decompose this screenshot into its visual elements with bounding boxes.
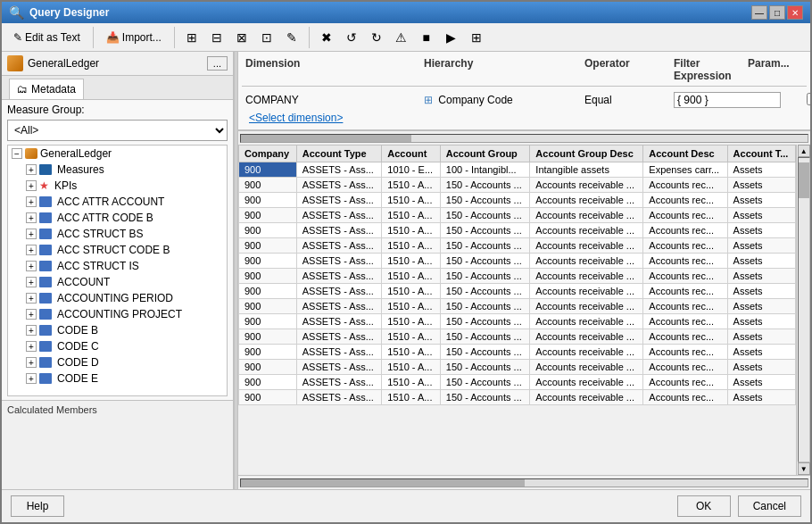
tree-item-acc-struct-is[interactable]: + ACC STRUCT IS (8, 258, 227, 274)
filter-param-checkbox[interactable] (788, 93, 810, 105)
toolbar-chart-btn[interactable]: ⊠ (231, 27, 253, 48)
toolbar-grid-btn[interactable]: ⊞ (181, 27, 203, 48)
tree-expand-account[interactable]: + (26, 277, 37, 287)
table-row[interactable]: 900ASSETS - Ass...1510 - A...150 - Accou… (239, 360, 796, 375)
tree-item-generalledger[interactable]: − GeneralLedger (8, 146, 227, 162)
toolbar-stop-btn[interactable]: ■ (416, 27, 437, 48)
table-row[interactable]: 900ASSETS - Ass...1510 - A...150 - Accou… (239, 299, 796, 314)
metadata-tree: − GeneralLedger + Measures + ★ KPIs + (7, 145, 228, 396)
col-header-account-type: Account Type (296, 146, 382, 162)
db-browse-button[interactable]: ... (207, 56, 228, 71)
tree-expand-code-e[interactable]: + (26, 373, 37, 384)
tree-expand-code-b[interactable]: + (26, 325, 37, 336)
tree-expand-measures[interactable]: + (26, 164, 37, 175)
tree-expand-acc-struct-code-b[interactable]: + (26, 245, 37, 255)
toolbar-warn-btn[interactable]: ⚠ (391, 27, 412, 48)
scroll-down-btn[interactable]: ▼ (798, 462, 810, 475)
table-row[interactable]: 900ASSETS - Ass...1510 - A...150 - Accou… (239, 284, 796, 299)
toolbar-view-btn[interactable]: ⊞ (466, 27, 487, 48)
tree-item-acc-struct-bs[interactable]: + ACC STRUCT BS (8, 226, 227, 242)
toolbar-delete-btn[interactable]: ✖ (316, 27, 337, 48)
tree-item-code-c[interactable]: + CODE C (8, 338, 227, 354)
table-cell: Accounts rec... (643, 390, 727, 405)
table-cell: 150 - Accounts ... (440, 284, 530, 299)
filter-scrollbar-track[interactable] (240, 134, 808, 143)
metadata-tab-item[interactable]: 🗂 Metadata (9, 79, 84, 99)
toolbar-redo-btn[interactable]: ↻ (366, 27, 387, 48)
tree-item-code-e[interactable]: + CODE E (8, 370, 227, 387)
table-cell: 900 (239, 360, 297, 375)
table-cell: Assets (727, 238, 796, 254)
table-row[interactable]: 900ASSETS - Ass...1510 - A...150 - Accou… (239, 375, 796, 390)
tree-expand-acc-struct-bs[interactable]: + (26, 229, 37, 239)
tree-expand-acc-attr[interactable]: + (26, 196, 37, 207)
edit-as-text-button[interactable]: ✎ Edit as Text (7, 29, 87, 46)
table-row[interactable]: 900ASSETS - Ass...1510 - A...150 - Accou… (239, 329, 796, 345)
toolbar-table-btn[interactable]: ⊟ (206, 27, 228, 48)
cancel-button[interactable]: Cancel (738, 495, 801, 517)
results-h-scrollbar[interactable] (238, 475, 810, 489)
tree-label-kpis: KPIs (54, 179, 77, 192)
close-button[interactable]: ✕ (787, 5, 803, 20)
tree-item-acc-attr-code-b[interactable]: + ACC ATTR CODE B (8, 210, 227, 226)
tree-item-measures[interactable]: + Measures (8, 162, 227, 178)
results-table-wrapper[interactable]: Company Account Type Account Account Gro… (238, 145, 796, 475)
maximize-button[interactable]: □ (769, 5, 785, 20)
tree-item-code-b[interactable]: + CODE B (8, 322, 227, 338)
results-scrollbar-track[interactable] (240, 478, 808, 487)
table-row[interactable]: 900ASSETS - Ass...1510 - A...150 - Accou… (239, 208, 796, 223)
table-row[interactable]: 900ASSETS - Ass...1510 - A...150 - Accou… (239, 238, 796, 254)
table-cell: ASSETS - Ass... (296, 162, 382, 178)
tree-item-kpis[interactable]: + ★ KPIs (8, 178, 227, 194)
tree-expand-accounting-period[interactable]: + (26, 293, 37, 304)
filter-cell-expression[interactable] (670, 90, 784, 110)
table-cell: 150 - Accounts ... (440, 299, 530, 314)
table-row[interactable]: 900ASSETS - Ass...1510 - A...150 - Accou… (239, 269, 796, 284)
table-row[interactable]: 900ASSETS - Ass...1510 - A...150 - Accou… (239, 314, 796, 329)
minimize-button[interactable]: — (751, 5, 767, 20)
tree-item-acc-struct-code-b[interactable]: + ACC STRUCT CODE B (8, 242, 227, 258)
toolbar-measure-btn[interactable]: ⊡ (256, 27, 278, 48)
tree-item-accounting-period[interactable]: + ACCOUNTING PERIOD (8, 290, 227, 306)
table-cell: 1510 - A... (382, 390, 440, 405)
table-row[interactable]: 900ASSETS - Ass...1510 - A...150 - Accou… (239, 390, 796, 405)
tree-expand-icon[interactable]: − (12, 148, 22, 159)
tree-expand-accounting-project[interactable]: + (26, 309, 37, 320)
filter-h-scrollbar[interactable] (238, 130, 810, 145)
results-vertical-scrollbar[interactable]: ▲ ▼ (796, 145, 810, 475)
tree-expand-code-d[interactable]: + (26, 357, 37, 368)
measure-group-select[interactable]: <All> (7, 120, 228, 141)
table-row[interactable]: 900ASSETS - Ass...1510 - A...150 - Accou… (239, 193, 796, 208)
table-cell: Accounts receivable ... (530, 314, 643, 329)
tree-expand-acc-attr-b[interactable]: + (26, 212, 37, 223)
scroll-track[interactable] (798, 157, 810, 462)
toolbar-undo-btn[interactable]: ↺ (341, 27, 362, 48)
help-button[interactable]: Help (11, 495, 64, 517)
ok-button[interactable]: OK (677, 495, 731, 517)
table-row[interactable]: 900ASSETS - Ass...1510 - A...150 - Accou… (239, 178, 796, 193)
tree-expand-code-c[interactable]: + (26, 341, 37, 352)
scroll-thumb[interactable] (799, 162, 809, 198)
tree-item-code-d[interactable]: + CODE D (8, 354, 227, 370)
table-row[interactable]: 900ASSETS - Ass...1510 - A...150 - Accou… (239, 223, 796, 238)
import-button[interactable]: 📥 Import... (100, 29, 168, 46)
filter-expression-input[interactable] (674, 92, 781, 108)
scroll-up-btn[interactable]: ▲ (798, 145, 810, 157)
filter-scrollbar-thumb[interactable] (241, 135, 411, 142)
toolbar-run-btn[interactable]: ▶ (441, 27, 462, 48)
toolbar-edit-btn[interactable]: ✎ (281, 27, 302, 48)
table-cell: 100 - Intangibl... (440, 162, 530, 178)
tree-expand-kpis[interactable]: + (26, 180, 37, 191)
tree-item-account[interactable]: + ACCOUNT (8, 274, 227, 290)
table-row[interactable]: 900ASSETS - Ass...1510 - A...150 - Accou… (239, 254, 796, 269)
results-scrollbar-thumb[interactable] (241, 479, 525, 487)
table-row[interactable]: 900ASSETS - Ass...1010 - E...100 - Intan… (239, 162, 796, 178)
table-cell: Assets (727, 254, 796, 269)
tree-item-accounting-project[interactable]: + ACCOUNTING PROJECT (8, 306, 227, 322)
tree-item-acc-attr-account[interactable]: + ACC ATTR ACCOUNT (8, 194, 227, 210)
select-dimension-link[interactable]: <Select dimension> (245, 110, 346, 126)
right-panel: Dimension Hierarchy Operator Filter Expr… (238, 52, 810, 489)
tree-expand-acc-struct-is[interactable]: + (26, 261, 37, 271)
table-cell: Accounts rec... (643, 284, 727, 299)
table-row[interactable]: 900ASSETS - Ass...1510 - A...150 - Accou… (239, 345, 796, 360)
